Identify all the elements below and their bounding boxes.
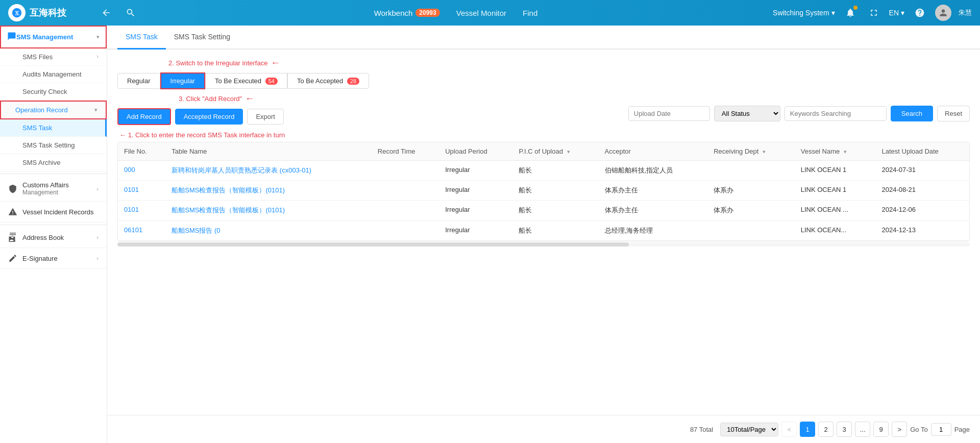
export-button[interactable]: Export xyxy=(247,109,284,125)
to-be-executed-badge: 54 xyxy=(265,78,278,85)
next-page-button[interactable]: > xyxy=(892,422,907,437)
page-label: Page xyxy=(954,426,970,433)
cell-upload-period: Irregular xyxy=(439,161,512,181)
reset-button[interactable]: Reset xyxy=(937,106,970,121)
cell-file-no[interactable]: 0101 xyxy=(118,181,165,201)
sms-management-label: SMS Management xyxy=(16,33,96,41)
vessel-monitor-nav[interactable]: Vessel Monitor xyxy=(456,9,506,17)
cell-receiving-dept: 体系办 xyxy=(707,181,794,201)
col-upload-period: Upload Period xyxy=(439,142,512,161)
cell-table-name[interactable]: 船舶SMS检查报告（智能模板）(0101) xyxy=(165,181,372,201)
sidebar-item-sms-task[interactable]: SMS Task xyxy=(0,119,107,137)
col-pic-upload: P.I.C of Upload ▾ xyxy=(512,142,598,161)
col-acceptor: Acceptor xyxy=(599,142,708,161)
cell-table-name[interactable]: 新聘和转岗岸基人员职责熟悉记录表 (cx003-01) xyxy=(165,161,372,181)
upload-date-filter[interactable] xyxy=(628,106,710,121)
workbench-nav[interactable]: Workbench 20993 xyxy=(374,9,440,17)
cell-file-no[interactable]: 0101 xyxy=(118,201,165,220)
pagination: 87 Total 10Total/Page < 1 2 3 ... 9 > Go… xyxy=(107,415,980,443)
page-9-button[interactable]: 9 xyxy=(873,422,889,437)
page-size-select[interactable]: 10Total/Page xyxy=(720,423,778,436)
to-be-executed-tab-btn[interactable]: To Be Executed 54 xyxy=(205,73,287,89)
search-button[interactable] xyxy=(122,5,139,21)
page-1-button[interactable]: 1 xyxy=(800,422,815,437)
total-count: 87 Total xyxy=(690,426,713,433)
content-area: SMS Task SMS Task Setting 2. Switch to t… xyxy=(107,26,980,443)
nav-right: Switching System ▾ EN ▾ 朱慧 xyxy=(773,5,972,21)
sidebar-item-audits[interactable]: Audits Management xyxy=(0,66,107,83)
table-row: 0101 船舶SMS检查报告（智能模板）(0101) Irregular 船长 … xyxy=(118,181,969,201)
help-button[interactable] xyxy=(912,5,928,21)
col-table-name: Table Name xyxy=(165,142,372,161)
cell-table-name[interactable]: 船舶SMS检查报告（智能模板）(0101) xyxy=(165,201,372,220)
sidebar-vessel-incident[interactable]: Vessel Incident Records xyxy=(0,202,107,223)
page-2-button[interactable]: 2 xyxy=(818,422,834,437)
accepted-record-button[interactable]: Accepted Record xyxy=(175,109,243,125)
sms-management-header[interactable]: SMS Management ▾ xyxy=(0,26,107,48)
customs-chevron: › xyxy=(96,186,99,192)
logo-icon: 互 xyxy=(8,4,26,21)
cell-pic-upload: 船长 xyxy=(512,201,598,220)
switching-system-nav[interactable]: Switching System ▾ xyxy=(773,9,835,17)
cell-file-no[interactable]: 000 xyxy=(118,161,165,181)
goto-label: Go To xyxy=(910,426,927,433)
cell-vessel-name: LINK OCEAN 1 xyxy=(795,181,876,201)
cell-pic-upload: 船长 xyxy=(512,220,598,240)
cell-upload-period: Irregular xyxy=(439,201,512,220)
page-3-button[interactable]: 3 xyxy=(837,422,852,437)
add-record-button[interactable]: Add Record xyxy=(117,108,171,125)
sidebar-e-signature[interactable]: E-Signature › xyxy=(0,248,107,269)
annotation-2: 2. Switch to the Irregular interface xyxy=(168,59,267,67)
tab-sms-task-setting[interactable]: SMS Task Setting xyxy=(166,26,238,50)
cell-record-time xyxy=(372,181,439,201)
cell-receiving-dept xyxy=(707,220,794,240)
sidebar-operation-record[interactable]: Operation Record ▾ xyxy=(0,101,107,119)
user-name: 朱慧 xyxy=(959,8,972,17)
app-title: 互海科技 xyxy=(30,7,66,19)
logo-svg: 互 xyxy=(11,7,22,18)
back-button[interactable] xyxy=(98,5,114,21)
table-row: 06101 船舶SMS报告 (0 Irregular 船长 总经理,海务经理 L… xyxy=(118,220,969,240)
language-selector[interactable]: EN ▾ xyxy=(889,9,904,17)
to-be-accepted-tab-btn[interactable]: To Be Accepted 28 xyxy=(287,73,369,89)
sidebar-item-sms-task-setting[interactable]: SMS Task Setting xyxy=(0,137,107,154)
col-receiving-dept: Receiving Dept ▾ xyxy=(707,142,794,161)
sms-management-chevron: ▾ xyxy=(96,34,100,40)
tab-sms-task[interactable]: SMS Task xyxy=(117,26,166,50)
user-avatar[interactable] xyxy=(935,5,951,21)
table-row: 0101 船舶SMS检查报告（智能模板）(0101) Irregular 船长 … xyxy=(118,201,969,220)
fullscreen-button[interactable] xyxy=(866,5,882,21)
horizontal-scrollbar[interactable] xyxy=(117,242,629,247)
cell-latest-upload-date: 2024-08-21 xyxy=(876,181,969,201)
status-filter[interactable]: All StatusPendingAcceptedRejected xyxy=(714,106,780,121)
nav-center: Workbench 20993 Vessel Monitor Find xyxy=(147,9,765,17)
annotation-3: 3. Click "Add Record" xyxy=(179,95,242,103)
cell-table-name[interactable]: 船舶SMS报告 (0 xyxy=(165,220,372,240)
irregular-tab-btn[interactable]: Irregular xyxy=(160,72,205,89)
sidebar-customs-affairs[interactable]: Customs Affairs Management › xyxy=(0,176,107,202)
keywords-search-input[interactable] xyxy=(785,106,887,121)
sidebar-item-sms-files[interactable]: SMS Files › xyxy=(0,48,107,66)
page-ellipsis: ... xyxy=(855,422,870,437)
sidebar-item-security[interactable]: Security Check xyxy=(0,83,107,101)
pic-sort-icon: ▾ xyxy=(567,149,570,155)
cell-file-no[interactable]: 06101 xyxy=(118,220,165,240)
regular-tab-btn[interactable]: Regular xyxy=(117,73,160,89)
to-be-accepted-badge: 28 xyxy=(347,78,359,85)
sidebar-item-sms-archive[interactable]: SMS Archive xyxy=(0,154,107,171)
cell-pic-upload: 船长 xyxy=(512,161,598,181)
cell-vessel-name: LINK OCEAN ... xyxy=(795,201,876,220)
content-inner: 2. Switch to the Irregular interface ← R… xyxy=(107,50,980,415)
col-record-time: Record Time xyxy=(372,142,439,161)
main-layout: SMS Management ▾ SMS Files › Audits Mana… xyxy=(0,26,980,443)
col-file-no: File No. xyxy=(118,142,165,161)
cell-record-time xyxy=(372,161,439,181)
workbench-label: Workbench xyxy=(374,9,413,17)
prev-page-button[interactable]: < xyxy=(781,422,797,437)
notification-bell[interactable] xyxy=(842,5,859,21)
search-button-filter[interactable]: Search xyxy=(891,106,933,121)
find-nav[interactable]: Find xyxy=(523,9,537,17)
goto-input[interactable] xyxy=(931,423,951,436)
switching-system-label: Switching System xyxy=(773,9,829,17)
sidebar-address-book[interactable]: Address Book › xyxy=(0,227,107,248)
